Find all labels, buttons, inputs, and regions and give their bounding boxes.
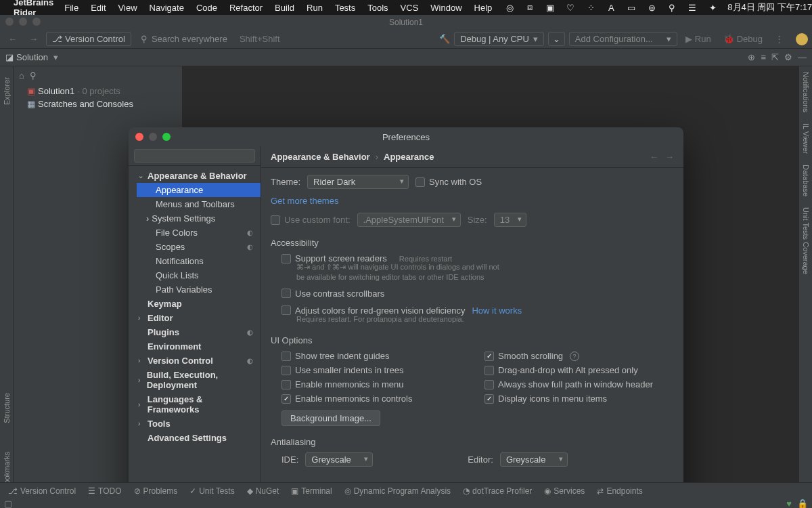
- dialog-minimize-icon[interactable]: [149, 133, 157, 141]
- menu-tools[interactable]: Tools: [367, 3, 388, 13]
- window-zoom-icon[interactable]: [32, 18, 41, 26]
- input-source-icon[interactable]: A: [606, 2, 616, 13]
- editor-aa-select[interactable]: Greyscale: [500, 452, 568, 467]
- menu-help[interactable]: Help: [474, 3, 493, 13]
- menu-run[interactable]: Run: [307, 3, 323, 13]
- dialog-close-icon[interactable]: [135, 133, 143, 141]
- cat-tools[interactable]: ›Tools: [129, 417, 261, 431]
- leaf-scopes[interactable]: Scopes◐: [137, 240, 261, 254]
- debug-config-select[interactable]: Debug | Any CPU ▾: [454, 32, 544, 46]
- avatar[interactable]: [796, 33, 808, 45]
- get-more-themes-link[interactable]: Get more themes: [271, 196, 338, 206]
- menu-file[interactable]: File: [64, 3, 78, 13]
- tree-home-icon[interactable]: ⌂: [19, 70, 24, 81]
- menu-edit[interactable]: Edit: [91, 3, 106, 13]
- search-everywhere[interactable]: ⚲ Search everywhere Shift+Shift: [135, 33, 286, 45]
- menu-view[interactable]: View: [118, 3, 137, 13]
- custom-font-checkbox[interactable]: Use custom font:: [271, 215, 351, 225]
- status-shield-icon[interactable]: ♥: [786, 499, 792, 509]
- breadcrumb-back-icon[interactable]: ←: [650, 152, 658, 162]
- sync-os-checkbox[interactable]: Sync with OS: [415, 177, 482, 187]
- database-tab[interactable]: Database: [802, 159, 810, 202]
- menu-tests[interactable]: Tests: [335, 3, 355, 13]
- notifications-tab[interactable]: Notifications: [802, 66, 810, 118]
- smooth-scrolling-checkbox[interactable]: Smooth scrolling?: [484, 351, 674, 361]
- bt-problems[interactable]: ⊘Problems: [134, 486, 178, 496]
- structure-tab[interactable]: Structure: [3, 389, 11, 427]
- nav-forward-icon[interactable]: →: [25, 34, 42, 44]
- smaller-indents-checkbox[interactable]: Use smaller indents in trees: [281, 365, 471, 375]
- bt-dottrace[interactable]: ◔dotTrace Profiler: [463, 486, 532, 496]
- full-path-checkbox[interactable]: Always show full path in window header: [484, 379, 674, 389]
- build-hammer-icon[interactable]: 🔨: [439, 34, 450, 44]
- run-button[interactable]: ▶ Run: [681, 34, 715, 44]
- cat-advanced[interactable]: Advanced Settings: [129, 431, 261, 445]
- ide-aa-select[interactable]: Greyscale: [305, 452, 373, 467]
- cat-build[interactable]: ›Build, Execution, Deployment: [129, 368, 261, 392]
- config-history-button[interactable]: ⌄: [548, 32, 565, 46]
- add-configuration-select[interactable]: Add Configuration... ▾: [569, 32, 677, 46]
- tray-shield-icon[interactable]: ♡: [565, 2, 576, 13]
- window-close-icon[interactable]: [5, 18, 14, 26]
- solution-label[interactable]: ◪ Solution ▾: [5, 52, 58, 62]
- bt-services[interactable]: ◉Services: [544, 486, 585, 496]
- nav-back-icon[interactable]: ←: [4, 34, 21, 44]
- leaf-path-variables[interactable]: Path Variables: [137, 282, 261, 297]
- bt-unit-tests[interactable]: ✓Unit Tests: [189, 486, 234, 496]
- tree-item-scratches[interactable]: ▦ Scratches and Consoles: [14, 98, 182, 110]
- breadcrumb-forward-icon[interactable]: →: [665, 152, 674, 162]
- debug-button[interactable]: 🐞 Debug: [719, 34, 767, 44]
- cat-plugins[interactable]: Plugins◐: [129, 325, 261, 339]
- battery-icon[interactable]: ▭: [626, 2, 637, 13]
- tree-item-solution[interactable]: ▣ Solution1 · 0 projects: [14, 85, 182, 98]
- window-minimize-icon[interactable]: [19, 18, 27, 26]
- expand-all-icon[interactable]: ≡: [761, 52, 766, 62]
- menu-window[interactable]: Window: [430, 3, 461, 13]
- font-select[interactable]: .AppleSystemUIFont: [357, 213, 461, 227]
- background-image-button[interactable]: Background Image...: [281, 410, 380, 426]
- theme-select[interactable]: Rider Dark: [307, 175, 409, 189]
- version-control-button[interactable]: ⎇ Version Control: [46, 32, 131, 46]
- menu-vcs[interactable]: VCS: [401, 3, 419, 13]
- info-icon[interactable]: ?: [570, 352, 579, 361]
- leaf-quick-lists[interactable]: Quick Lists: [137, 268, 261, 282]
- menu-build[interactable]: Build: [275, 3, 294, 13]
- menu-navigate[interactable]: Navigate: [150, 3, 184, 13]
- bt-nuget[interactable]: ◆NuGet: [247, 486, 279, 496]
- tree-indent-checkbox[interactable]: Show tree indent guides: [281, 351, 471, 361]
- spotlight-icon[interactable]: ⚲: [667, 2, 677, 13]
- cat-languages[interactable]: ›Languages & Frameworks: [129, 392, 261, 417]
- more-actions-icon[interactable]: ⋮: [771, 34, 788, 44]
- leaf-appearance[interactable]: Appearance: [137, 183, 261, 197]
- tray-icon-2[interactable]: ⧈: [524, 2, 535, 13]
- collapse-all-icon[interactable]: ⇱: [771, 52, 779, 62]
- control-center-icon[interactable]: ☰: [687, 2, 698, 13]
- coverage-tab[interactable]: Unit Tests Coverage: [802, 202, 810, 280]
- bt-dpa[interactable]: ◎Dynamic Program Analysis: [344, 486, 451, 496]
- status-lock-icon[interactable]: 🔒: [797, 499, 808, 509]
- siri-icon[interactable]: ✦: [707, 2, 718, 13]
- size-select[interactable]: 13: [494, 213, 526, 227]
- how-it-works-link[interactable]: How it works: [472, 305, 522, 316]
- tray-icon-5[interactable]: ⁘: [585, 2, 596, 13]
- clock[interactable]: 8月4日 周四 下午7:17: [727, 1, 812, 14]
- leaf-menus-toolbars[interactable]: Menus and Toolbars: [137, 197, 261, 211]
- mnemonics-menu-checkbox[interactable]: Enable mnemonics in menu: [281, 379, 471, 389]
- mnemonics-controls-checkbox[interactable]: Enable mnemonics in controls: [281, 394, 471, 404]
- contrast-scrollbars-checkbox[interactable]: Use contrast scrollbars: [281, 289, 384, 299]
- bt-todo[interactable]: ☰TODO: [88, 486, 121, 496]
- cat-appearance-behavior[interactable]: ⌄Appearance & Behavior: [129, 169, 261, 183]
- tray-icon-1[interactable]: ◎: [504, 2, 515, 13]
- leaf-system-settings[interactable]: ›System Settings: [137, 211, 261, 226]
- cat-keymap[interactable]: Keymap: [129, 297, 261, 311]
- display-icons-checkbox[interactable]: Display icons in menu items: [484, 394, 674, 404]
- wifi-icon[interactable]: ⊚: [646, 2, 657, 13]
- ilviewer-tab[interactable]: IL Viewer: [802, 118, 810, 159]
- settings-gear-icon[interactable]: ⚙: [784, 52, 792, 62]
- explorer-tab[interactable]: Explorer: [3, 73, 11, 109]
- locate-icon[interactable]: ⊕: [748, 52, 755, 62]
- leaf-file-colors[interactable]: File Colors◐: [137, 226, 261, 240]
- cat-version-control[interactable]: ›Version Control◐: [129, 354, 261, 368]
- leaf-notifications[interactable]: Notifications: [137, 254, 261, 268]
- cat-environment[interactable]: Environment: [129, 339, 261, 354]
